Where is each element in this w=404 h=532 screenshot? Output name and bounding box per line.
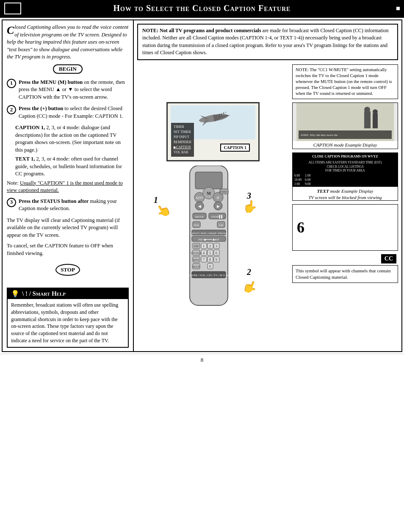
number-six-box: 6 bbox=[292, 204, 398, 251]
svg-point-67 bbox=[364, 107, 370, 113]
intro-body: losed Captioning allows you to read the … bbox=[7, 24, 128, 60]
svg-text:◀: ◀ bbox=[198, 204, 201, 208]
hand-indicator-3: 👆 bbox=[243, 200, 257, 213]
step-1-bold: Press the MENU (M) button bbox=[19, 79, 83, 85]
step-3-extra-2: To cancel, set the CAPTION feature to OF… bbox=[7, 242, 129, 257]
text-example-times: 6:0010:001:00 1:006:009:00 bbox=[294, 174, 396, 186]
svg-text:TV/VCR: TV/VCR bbox=[191, 252, 202, 255]
svg-rect-68 bbox=[373, 114, 378, 128]
text-example-subtitle: ALL ITEMS ARE EASTERN STANDARD TIME (EST… bbox=[294, 161, 396, 173]
svg-text:POWER | VOL | CH | TV | M O D : POWER | VOL | CH | TV | M O D E bbox=[187, 274, 231, 277]
remote-control-area: ADV M IF ◀ ▶ MUTE bbox=[166, 166, 260, 311]
caption1-label: CAPTION 1 bbox=[220, 144, 250, 152]
svg-text:CH: CH bbox=[219, 224, 223, 227]
svg-point-7 bbox=[223, 113, 224, 114]
text-mode: TEXT 1, 2, 3, or 4 mode: often used for … bbox=[15, 155, 129, 178]
step-2-circle: 2 bbox=[7, 105, 16, 114]
step-2-bold: Press the (+) button bbox=[19, 105, 63, 111]
caption-example-box: JOHN: Why did they move the CAPTION mode… bbox=[292, 103, 398, 149]
menu-item-reminder: REMINDER bbox=[174, 140, 191, 145]
smart-help-header: 💡 \ ! / Smart Help bbox=[8, 288, 128, 299]
page-header: How to Select the Closed Caption Feature bbox=[0, 0, 404, 18]
step-2-item: 2 Press the (+) button to select the des… bbox=[7, 105, 129, 120]
svg-text:ADV: ADV bbox=[195, 196, 204, 200]
svg-text:9: 9 bbox=[216, 258, 218, 262]
svg-rect-66 bbox=[364, 111, 371, 128]
svg-text:M: M bbox=[207, 191, 211, 196]
header-decoration-left bbox=[4, 3, 21, 14]
number-six: 6 bbox=[297, 219, 304, 236]
smart-help-title: \ ! / Smart Help bbox=[22, 290, 66, 297]
header-decoration-right bbox=[396, 7, 400, 10]
bulb-icon: 💡 bbox=[11, 290, 19, 298]
caption-example-img: JOHN: Why did they move the bbox=[293, 103, 398, 141]
text-example-box: CLOSE CAPTION PROGRAMS ON WVYZ ALL ITEMS… bbox=[292, 152, 398, 201]
text-example-img: CLOSE CAPTION PROGRAMS ON WVYZ ALL ITEMS… bbox=[293, 153, 398, 187]
svg-point-5 bbox=[219, 114, 220, 116]
svg-text:1: 1 bbox=[203, 244, 205, 248]
svg-point-8 bbox=[225, 112, 226, 113]
text-example-title: CLOSE CAPTION PROGRAMS ON WVYZ bbox=[294, 155, 396, 159]
svg-text:MTS: MTS bbox=[193, 258, 199, 262]
page-number: 8 bbox=[0, 354, 404, 366]
svg-text:MULTI: MULTI bbox=[192, 266, 200, 268]
cc-note: This symbol will appear with channels th… bbox=[292, 265, 398, 283]
left-column: C losed Captioning allows you to read th… bbox=[3, 20, 134, 351]
svg-text:0: 0 bbox=[209, 264, 211, 269]
caption-note: Note: Usually "CAPTION" 1 is the most us… bbox=[7, 180, 129, 194]
right-middle: TIMER SET TIMER PIP INPUT REMINDER ▶CAPT… bbox=[134, 63, 401, 351]
remote-area: TIMER SET TIMER PIP INPUT REMINDER ▶CAPT… bbox=[137, 63, 289, 351]
caption-example-label: CAPTION mode Example Display bbox=[293, 141, 398, 149]
remote-control-svg: ADV M IF ◀ ▶ MUTE bbox=[166, 166, 251, 310]
svg-text:100: 100 bbox=[194, 244, 199, 248]
menu-item-caption: ▶CAPTION bbox=[174, 145, 191, 150]
caption-mode-1: CAPTION 1, 2, 3, or 4 mode: dialogue (an… bbox=[15, 124, 129, 154]
tv-menu-overlay: TIMER SET TIMER PIP INPUT REMINDER ▶CAPT… bbox=[171, 123, 194, 157]
begin-badge: BEGIN bbox=[53, 64, 83, 74]
tv-screen: TIMER SET TIMER PIP INPUT REMINDER ▶CAPT… bbox=[166, 102, 260, 161]
page-body: C losed Captioning allows you to read th… bbox=[2, 19, 402, 352]
caption-example-svg: JOHN: Why did they move the bbox=[293, 103, 398, 141]
svg-text:3: 3 bbox=[216, 244, 218, 248]
svg-text:8: 8 bbox=[209, 258, 211, 262]
svg-text:STOP ▌▌: STOP ▌▌ bbox=[211, 215, 223, 219]
step-1-item: 1 Press the MENU (M) button on the remot… bbox=[7, 79, 129, 101]
step-3-content: Press the STATUS button after making you… bbox=[19, 198, 129, 213]
svg-text:CH/GT | POS | SWAP | FROZE: CH/GT | POS | SWAP | FROZE bbox=[190, 232, 227, 235]
svg-text:VOL: VOL bbox=[194, 224, 199, 227]
menu-item-timer: TIMER bbox=[174, 125, 191, 130]
intro-text: C losed Captioning allows you to read th… bbox=[7, 24, 129, 61]
step-1-content: Press the MENU (M) button on the remote,… bbox=[19, 79, 129, 101]
cc-badge: CC bbox=[381, 254, 396, 263]
svg-point-69 bbox=[373, 109, 378, 114]
step-3-extra-1: The TV display will clear and Captioning… bbox=[7, 217, 129, 239]
diagram-number-1: 1 bbox=[154, 195, 158, 205]
svg-text:PIP ◀━━━━ ▶PIP: PIP ◀━━━━ ▶PIP bbox=[198, 238, 219, 241]
step-1-circle: 1 bbox=[7, 79, 16, 88]
smart-help-box: 💡 \ ! / Smart Help Remember, broadcast s… bbox=[7, 288, 129, 348]
top-note: NOTE: Not all TV programs and product co… bbox=[137, 24, 398, 60]
text-example-label: TEXT mode Example DisplayTV screen will … bbox=[293, 187, 398, 200]
smart-help-text: Remember, broadcast stations will often … bbox=[11, 302, 125, 344]
side-note: NOTE: The "CC1 W/MUTE" setting automatic… bbox=[292, 64, 398, 100]
step-3-item: 3 Press the STATUS button after making y… bbox=[7, 198, 129, 213]
stop-badge: STOP bbox=[55, 264, 80, 276]
svg-text:2: 2 bbox=[209, 244, 211, 248]
page-title: How to Select the Closed Caption Feature bbox=[113, 3, 291, 13]
remote-diagram: TIMER SET TIMER PIP INPUT REMINDER ▶CAPT… bbox=[166, 102, 260, 311]
svg-text:4: 4 bbox=[203, 251, 205, 255]
svg-text:IF: IF bbox=[216, 196, 220, 200]
right-column: NOTE: Not all TV programs and product co… bbox=[134, 20, 401, 351]
svg-rect-10 bbox=[195, 172, 222, 189]
svg-text:▶: ▶ bbox=[217, 204, 220, 208]
svg-text:MUTE: MUTE bbox=[195, 215, 204, 219]
drop-cap: C bbox=[7, 25, 14, 36]
svg-text:5: 5 bbox=[209, 251, 211, 255]
side-panels: NOTE: The "CC1 W/MUTE" setting automatic… bbox=[292, 63, 398, 351]
menu-item-pip-input: PIP INPUT bbox=[174, 135, 191, 140]
menu-item-vol-bar: VOL BAR bbox=[174, 150, 191, 155]
step-2-content: Press the (+) button to select the desir… bbox=[19, 105, 129, 120]
cc-symbol-area: CC This symbol will appear with channels… bbox=[292, 254, 398, 283]
svg-text:STATUS: STATUS bbox=[219, 191, 229, 193]
svg-point-6 bbox=[221, 114, 222, 115]
